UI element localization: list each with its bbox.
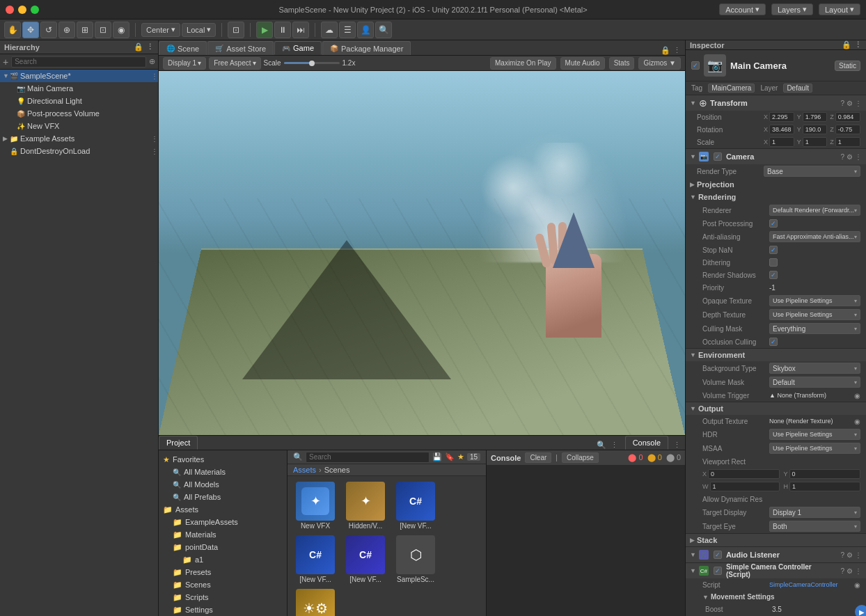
hierarchy-add-icon[interactable]: + (3, 56, 8, 68)
hierarchy-item-samplescene[interactable]: ▼ 🎬 SampleScene* ⋮ (0, 70, 158, 82)
target-eye-dropdown[interactable]: Both ▾ (769, 521, 860, 532)
project-item-all-materials[interactable]: 🔍 All Materials (159, 466, 287, 478)
renderer-dropdown[interactable]: Default Renderer (Forwardr... ▾ (769, 205, 860, 216)
inspector-lock-icon[interactable]: 🔒 (842, 40, 851, 49)
output-texture-target-icon[interactable]: ◉ (854, 418, 860, 425)
hierarchy-lock-icon[interactable]: 🔒 (134, 42, 143, 52)
scale-tool[interactable]: ⊕ (58, 22, 75, 38)
hierarchy-more-dontdestroy[interactable]: ⋮ (151, 148, 158, 155)
volume-trigger-value[interactable]: ▲ None (Transform) (769, 392, 852, 399)
rot-x-input[interactable]: 38.468 (769, 125, 794, 134)
priority-value[interactable]: -1 (769, 284, 860, 292)
hierarchy-item-postprocess[interactable]: 📦 Post-process Volume (0, 107, 158, 120)
project-item-scripts[interactable]: 📁 Scripts (159, 591, 287, 603)
scale-y-input[interactable]: 1 (803, 137, 828, 147)
project-item-materials[interactable]: 📁 Materials (159, 528, 287, 541)
static-badge[interactable]: Static (835, 61, 860, 71)
camera-enable-checkbox[interactable] (714, 152, 722, 161)
projection-foldout[interactable]: ▶ Projection (686, 178, 866, 191)
rotate-tool[interactable]: ↺ (40, 22, 57, 38)
rot-z-input[interactable]: -0.75 (835, 125, 860, 134)
hierarchy-item-main-camera[interactable]: 📷 Main Camera (0, 82, 158, 95)
hdr-dropdown[interactable]: Use Pipeline Settings ▾ (769, 429, 860, 440)
rot-y-input[interactable]: 190.0 (803, 125, 828, 134)
culling-mask-dropdown[interactable]: Everything ▾ (769, 323, 860, 334)
opaque-texture-dropdown[interactable]: Use Pipeline Settings ▾ (769, 295, 860, 306)
output-texture-value[interactable]: None (Render Texture) (769, 418, 852, 425)
occlusion-culling-checkbox[interactable] (769, 338, 778, 346)
tab-game[interactable]: 🎮 Game (274, 41, 322, 55)
stats-btn[interactable]: Stats (609, 57, 635, 70)
project-item-all-models[interactable]: 🔍 All Models (159, 478, 287, 491)
camera-component-header[interactable]: ▼ 📷 Camera ? ⚙ ⋮ (686, 149, 866, 164)
tab-lock-icon[interactable]: 🔒 (661, 46, 670, 55)
display-dropdown[interactable]: Display 1 ▾ (163, 57, 206, 70)
volume-trigger-target-icon[interactable]: ◉ (854, 392, 860, 400)
maximize-button[interactable] (31, 6, 39, 14)
object-enable-checkbox[interactable] (691, 61, 700, 70)
tab-asset-store[interactable]: 🛒 Asset Store (207, 41, 274, 55)
post-processing-checkbox[interactable] (769, 219, 778, 228)
console-collapse-button[interactable]: Collapse (562, 452, 599, 463)
bottom-more-icon[interactable]: ⋮ (611, 441, 618, 450)
aspect-dropdown[interactable]: Free Aspect ▾ (209, 57, 260, 70)
tag-dropdown[interactable]: MainCamera (708, 84, 755, 93)
asset-cs-1[interactable]: C# [New VF... (393, 482, 438, 530)
step-button[interactable]: ⏭ (292, 22, 309, 38)
star-icon[interactable]: ★ (457, 452, 464, 461)
transform-component-header[interactable]: ▼ ⊕ Transform ? ⚙ ⋮ (686, 95, 866, 111)
project-item-favorites[interactable]: ★ Favorites (159, 453, 287, 466)
asset-unity-scene[interactable]: ⬡ SampleSc... (393, 535, 438, 583)
scale-x-input[interactable]: 1 (769, 137, 794, 147)
rect-tool[interactable]: ⊞ (77, 22, 93, 38)
inspector-more-icon[interactable]: ⋮ (854, 40, 862, 49)
output-foldout[interactable]: ▼ Output (686, 402, 866, 415)
audio-listener-header[interactable]: ▼ 🎵 Audio Listener ? ⚙ ⋮ (686, 547, 866, 562)
volume-mask-dropdown[interactable]: Default ▾ (769, 377, 860, 388)
script-settings-icon[interactable]: ⚙ (847, 567, 853, 575)
hierarchy-item-dontdestroy[interactable]: 🔒 DontDestroyOnLoad ⋮ (0, 145, 158, 157)
anti-aliasing-dropdown[interactable]: Fast Approximate Anti-alias... ▾ (769, 231, 860, 242)
bottom-search-icon[interactable]: 🔍 (597, 441, 606, 450)
project-item-presets[interactable]: 📁 Presets (159, 566, 287, 578)
project-item-settings[interactable]: 📁 Settings (159, 603, 287, 616)
camera-help-icon[interactable]: ? (840, 153, 844, 161)
hierarchy-item-example-assets[interactable]: ▶ 📁 Example Assets ⋮ (0, 132, 158, 145)
asset-new-vfx[interactable]: ✦ New VFX (293, 482, 338, 530)
script-component-header[interactable]: ▼ C# Simple Camera Controller (Script) ?… (686, 563, 866, 578)
search-tool[interactable]: 🔍 (375, 22, 392, 38)
pos-z-input[interactable]: 0.984 (835, 112, 860, 122)
account-tool[interactable]: 👤 (357, 22, 374, 38)
tab-project[interactable]: Project (159, 436, 198, 450)
asset-cs-3[interactable]: C# [New VF... (343, 535, 388, 583)
project-item-assets[interactable]: 📁 Assets (159, 503, 287, 516)
hierarchy-item-directional-light[interactable]: 💡 Directional Light (0, 95, 158, 107)
audio-listener-enable-checkbox[interactable] (714, 551, 722, 559)
vp-x-input[interactable]: 0 (708, 469, 779, 479)
vp-h-input[interactable]: 1 (789, 482, 860, 491)
window-controls[interactable] (6, 6, 39, 14)
layout-button[interactable]: Layout ▾ (819, 3, 860, 15)
hand-tool[interactable]: ✋ (4, 22, 21, 38)
tab-more-icon[interactable]: ⋮ (673, 46, 681, 55)
asset-cs-2[interactable]: C# [New VF... (293, 535, 338, 583)
project-item-pointdata[interactable]: 📁 pointData (159, 541, 287, 553)
script-help-icon[interactable]: ? (840, 567, 844, 575)
save-icon[interactable]: 💾 (432, 452, 442, 461)
maximize-btn[interactable]: Maximize On Play (490, 57, 556, 70)
script-field-value[interactable]: SimpleCameraController (769, 581, 852, 588)
environment-foldout[interactable]: ▼ Environment (686, 349, 866, 361)
close-button[interactable] (6, 6, 14, 14)
dithering-checkbox[interactable] (769, 258, 778, 267)
script-more-icon[interactable]: ⋮ (855, 567, 862, 575)
assets-path-assets[interactable]: Assets (293, 466, 316, 474)
mute-btn[interactable]: Mute Audio (560, 57, 605, 70)
pause-button[interactable]: ⏸ (274, 22, 291, 38)
play-button[interactable]: ▶ (256, 22, 273, 38)
layer-dropdown[interactable]: Default (783, 84, 812, 93)
move-tool[interactable]: ✥ (22, 22, 39, 38)
account-button[interactable]: Account ▾ (719, 3, 766, 15)
services-tool[interactable]: ☰ (339, 22, 356, 38)
assets-search-input[interactable] (306, 452, 430, 463)
scale-slider[interactable] (284, 62, 340, 64)
